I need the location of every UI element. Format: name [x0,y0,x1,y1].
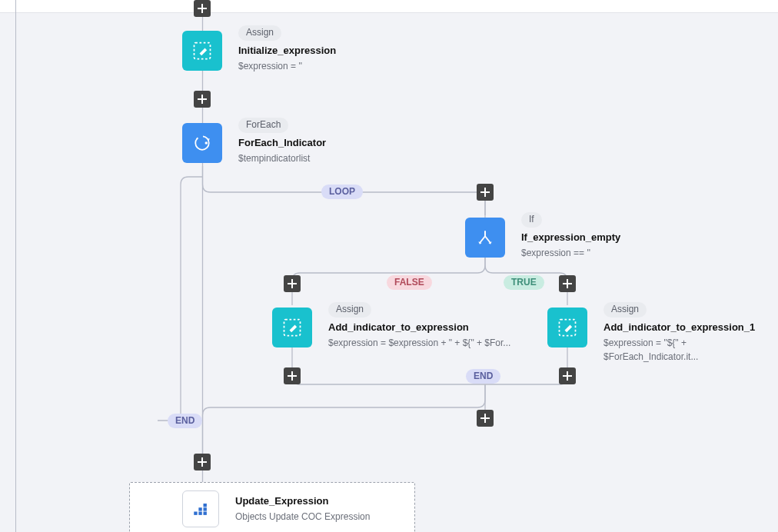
assign-tag: Assign [238,25,281,41]
node-desc: Objects Update COC Expression [235,510,420,524]
node-title: If_expression_empty [521,231,721,245]
loop-label: LOOP [321,185,363,199]
add-step-after-if[interactable] [477,410,494,427]
svg-rect-7 [198,512,201,515]
node-desc: $expression == '' [521,247,721,260]
node-if-expression-empty[interactable] [465,218,505,258]
node-foreach-indicator[interactable] [182,123,222,163]
false-label: FALSE [387,275,432,290]
node-desc: $tempindicatorlist [238,152,469,165]
node-if-label: If If_expression_empty $expression == '' [521,212,721,261]
node-update-expression-icon [182,490,219,527]
svg-rect-9 [204,507,207,510]
end-outer-label: END [168,414,202,428]
node-add-indicator-label: Assign Add_indicator_to_expression $expr… [328,302,536,351]
svg-rect-6 [198,507,201,510]
node-desc: $expression = "${" + $ForEach_Indicator.… [603,337,773,364]
add-step-false-branch[interactable] [284,275,301,292]
foreach-tag: ForEach [238,118,288,133]
assign-tag: Assign [328,302,371,318]
svg-point-2 [205,141,208,145]
add-step-after-foreach[interactable] [194,454,211,470]
svg-rect-8 [204,504,207,507]
if-tag: If [521,212,542,228]
node-desc: $expression = '' [238,60,469,73]
add-step-loop-start[interactable] [477,184,494,201]
node-title: Add_indicator_to_expression [328,321,536,335]
svg-rect-10 [204,512,207,515]
node-initialize-expression-label: Assign Initialize_expression $expression… [238,25,469,74]
node-add-indicator-to-expression-1[interactable] [547,308,587,347]
node-title: Initialize_expression [238,44,469,58]
node-title: Add_indicator_to_expression_1 [603,321,773,335]
node-initialize-expression[interactable] [182,31,222,71]
true-label: TRUE [504,275,544,290]
node-title: Update_Expression [235,494,420,509]
node-title: ForEach_Indicator [238,136,469,151]
svg-rect-5 [194,512,197,515]
assign-tag: Assign [603,302,647,318]
add-step-after-initialize[interactable] [194,91,211,108]
add-step-after-true[interactable] [559,367,576,384]
connectors [0,0,778,532]
add-step-after-false[interactable] [284,367,301,384]
node-foreach-indicator-label: ForEach ForEach_Indicator $tempindicator… [238,118,469,166]
add-step-before-initialize[interactable] [194,0,211,17]
node-update-expression-label: Update_Expression Objects Update COC Exp… [235,494,420,524]
add-step-true-branch[interactable] [559,275,576,292]
node-add-indicator-1-label: Assign Add_indicator_to_expression_1 $ex… [603,302,773,364]
node-add-indicator-to-expression[interactable] [272,308,312,347]
node-desc: $expression = $expression + " + ${" + $F… [328,337,536,350]
end-inner-label: END [466,369,500,384]
